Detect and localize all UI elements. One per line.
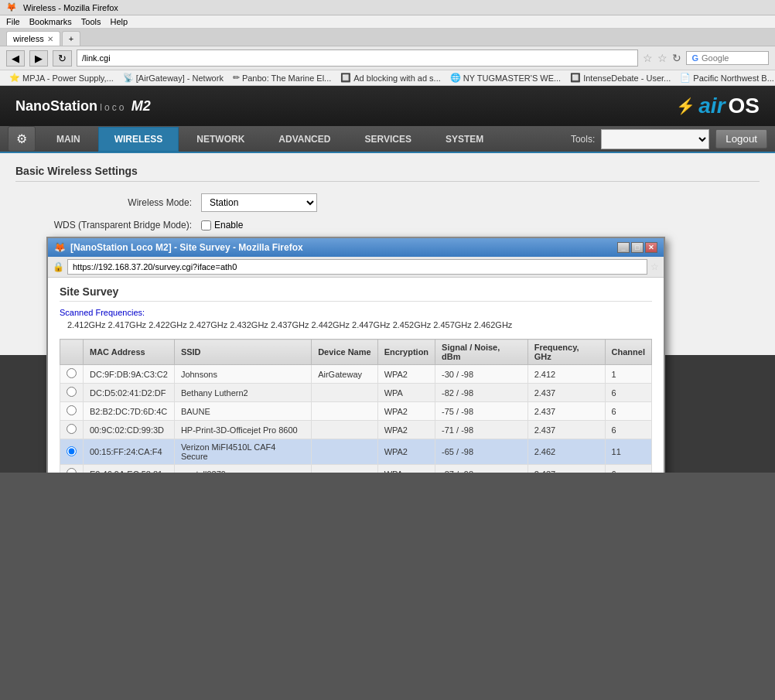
bookmark-6[interactable]: 🔲 IntenseDebate - User... [567,72,674,84]
menu-bookmarks[interactable]: Bookmarks [29,17,72,26]
wds-label: WDS (Transparent Bridge Mode): [15,220,201,230]
bookmark-5[interactable]: 🌐 NY TUGMASTER'S WE... [447,72,564,84]
cell-freq: 2.437 [527,402,605,421]
wds-checkbox[interactable] [201,220,211,230]
firefox-small-icon: 🦊 [54,242,66,253]
table-row[interactable]: 00:9C:02:CD:99:3D HP-Print-3D-Officejet … [60,421,652,439]
google-icon: G [691,53,698,63]
popup-lock-icon: 🔒 [53,261,64,272]
cell-signal: -87 / -98 [435,465,528,473]
radio-cell[interactable] [60,439,84,465]
row-radio[interactable] [67,368,77,378]
cell-signal: -75 / -98 [435,402,528,421]
nav-right: Tools: Logout [571,129,767,149]
popup-win-buttons: _ □ ✕ [617,242,657,253]
cell-ssid: BAUNE [174,402,311,421]
bookmarks-bar: ⭐ MPJA - Power Supply,... 📡 [AirGateway]… [0,70,775,86]
tools-dropdown[interactable] [601,129,709,149]
new-tab-button[interactable]: + [62,31,80,46]
popup-star-icon[interactable]: ☆ [650,261,659,272]
col-enc: Encryption [377,340,435,365]
nav-tab-advanced[interactable]: ADVANCED [262,127,347,152]
wireless-mode-select[interactable]: Station [201,193,317,212]
airos-brand-name: air [698,94,725,118]
cell-channel: 6 [605,384,651,402]
cell-freq: 2.437 [527,384,605,402]
logout-button[interactable]: Logout [715,129,767,149]
radio-cell[interactable] [60,465,84,473]
bookmark-1[interactable]: ⭐ MPJA - Power Supply,... [6,72,117,84]
row-radio[interactable] [67,468,77,473]
nav-tab-system[interactable]: SYSTEM [429,127,500,152]
search-input[interactable] [702,53,763,63]
bookmark-3[interactable]: ✏ Panbo: The Marine El... [230,72,334,84]
row-radio[interactable] [67,446,77,456]
device-logo: NanoStation loco M2 [15,98,151,114]
table-row[interactable]: B2:B2:DC:7D:6D:4C BAUNE WPA2 -75 / -98 2… [60,402,652,421]
popup-close-button[interactable]: ✕ [645,242,657,253]
cell-freq: 2.412 [527,365,605,384]
back-button[interactable]: ◀ [6,50,25,67]
star2-icon[interactable]: ☆ [657,52,667,64]
cell-mac: DC:D5:02:41:D2:DF [84,384,175,402]
bookmark-4[interactable]: 🔲 Ad blocking with ad s... [337,72,444,84]
radio-cell[interactable] [60,365,84,384]
refresh-button[interactable]: ↻ [53,50,72,67]
airos-wing-icon: ⚡ [676,97,695,115]
row-radio[interactable] [67,387,77,397]
star-icon[interactable]: ☆ [643,52,653,64]
menu-tools[interactable]: Tools [81,17,101,26]
cell-signal: -30 / -98 [435,365,528,384]
cell-freq: 2.437 [527,465,605,473]
wds-checkbox-label: Enable [201,220,243,230]
cell-mac: DC:9F:DB:9A:C3:C2 [84,365,175,384]
menu-help[interactable]: Help [110,17,128,26]
site-survey-title: Site Survey [60,285,652,302]
nav-tab-services[interactable]: SERVICES [348,127,427,152]
search-box[interactable]: G [686,51,769,65]
radio-cell[interactable] [60,402,84,421]
refresh2-icon[interactable]: ↻ [672,52,681,64]
browser-menu-bar: File Bookmarks Tools Help [0,15,775,29]
popup-title: [NanoStation Loco M2] - Site Survey - Mo… [70,242,303,253]
popup-minimize-button[interactable]: _ [617,242,630,253]
table-row[interactable]: DC:9F:DB:9A:C3:C2 Johnsons AirGateway WP… [60,365,652,384]
browser-tab-active[interactable]: wireless ✕ [6,31,60,46]
popup-titlebar-left: 🦊 [NanoStation Loco M2] - Site Survey - … [54,242,303,253]
cell-mac: 00:15:FF:24:CA:F4 [84,439,175,465]
nav-icon-button[interactable]: ⚙ [8,126,36,152]
nav-tab-network[interactable]: NETWORK [180,127,261,152]
scanned-freq-value: 2.412GHz 2.417GHz 2.422GHz 2.427GHz 2.43… [67,320,652,330]
cell-freq: 2.462 [527,439,605,465]
forward-button[interactable]: ▶ [29,50,48,67]
airos-nav: ⚙ MAIN WIRELESS NETWORK ADVANCED SERVICE… [0,126,775,153]
cell-enc: WPA2 [377,439,435,465]
settings-title: Basic Wireless Settings [15,165,760,182]
popup-maximize-button[interactable]: □ [631,242,644,253]
nav-tab-main[interactable]: MAIN [40,127,97,152]
radio-cell[interactable] [60,421,84,439]
cell-ssid: Verizon MiFI4510L CAF4 Secure [174,439,311,465]
table-row[interactable]: 00:15:FF:24:CA:F4 Verizon MiFI4510L CAF4… [60,439,652,465]
cell-channel: 6 [605,421,651,439]
table-row[interactable]: DC:D5:02:41:D2:DF Bethany Luthern2 WPA -… [60,384,652,402]
cell-channel: 1 [605,365,651,384]
row-radio[interactable] [67,424,77,434]
address-bar[interactable] [77,50,638,67]
row-radio[interactable] [67,405,77,415]
table-row[interactable]: E0:46:9A:EC:58:81 westell9379 WPA -87 / … [60,465,652,473]
nav-tab-wireless[interactable]: WIRELESS [98,127,179,152]
radio-cell[interactable] [60,384,84,402]
cell-mac: E0:46:9A:EC:58:81 [84,465,175,473]
firefox-icon: 🦊 [6,2,17,12]
airos-brand-os: OS [729,94,760,118]
bookmark-7[interactable]: 📄 Pacific Northwest B... [677,72,775,84]
cell-enc: WPA2 [377,421,435,439]
tab-close-icon[interactable]: ✕ [47,35,53,43]
popup-nav-bar: 🔒 ☆ [48,257,664,278]
browser-tab-bar: wireless ✕ + [0,29,775,46]
cell-ssid: Johnsons [174,365,311,384]
popup-address-bar[interactable] [67,259,647,275]
bookmark-2[interactable]: 📡 [AirGateway] - Network [120,72,227,84]
menu-file[interactable]: File [6,17,20,26]
